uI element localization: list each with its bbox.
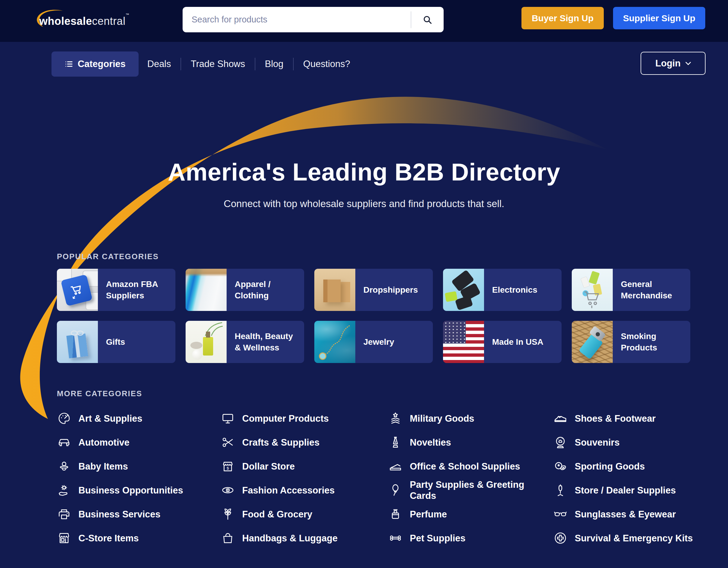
signup-buttons: Buyer Sign Up Supplier Sign Up	[521, 7, 705, 29]
tile-health-beauty-wellness[interactable]: Health, Beauty & Wellness	[186, 321, 304, 363]
nav-separator	[181, 58, 181, 70]
list-menu-icon	[64, 60, 73, 69]
leaves-icon	[202, 321, 223, 336]
category-survival-emergency-kits[interactable]: Survival & Emergency Kits	[553, 526, 728, 550]
supplier-sign-up-button[interactable]: Supplier Sign Up	[613, 7, 705, 29]
tile-label: General Merchandise	[613, 269, 690, 311]
search-button[interactable]	[411, 7, 444, 32]
belt-icon	[221, 483, 235, 497]
us-flag-image	[443, 321, 484, 363]
top-header-bar: wholesalecentral™ Buyer Sign Up Supplier…	[0, 0, 728, 42]
nav-link-deals[interactable]: Deals	[147, 59, 171, 69]
nav-link-blog[interactable]: Blog	[265, 59, 283, 69]
category-novelties[interactable]: Novelties	[388, 430, 553, 454]
category-sporting-goods[interactable]: Sporting Goods	[553, 454, 728, 478]
spa-products-image	[186, 321, 227, 363]
tile-smoking-products[interactable]: Smoking Products	[572, 321, 690, 363]
category-handbags-luggage[interactable]: Handbags & Luggage	[221, 526, 388, 550]
nav-separator	[293, 58, 294, 70]
tile-electronics[interactable]: Electronics	[443, 269, 562, 311]
handbag-icon	[221, 531, 235, 545]
gadgets-image	[443, 269, 484, 311]
hero-subtitle: Connect with top wholesale suppliers and…	[0, 198, 728, 209]
tile-dropshippers[interactable]: Dropshippers	[314, 269, 433, 311]
tile-made-in-usa[interactable]: Made In USA	[443, 321, 562, 363]
category-party-supplies-greeting-cards[interactable]: Party Supplies & Greeting Cards	[388, 478, 553, 502]
category-art-supplies[interactable]: Art & Supplies	[57, 406, 221, 430]
nav-link-questions[interactable]: Questions?	[303, 59, 350, 69]
nav-link-trade-shows[interactable]: Trade Shows	[191, 59, 245, 69]
tile-gifts[interactable]: Gifts	[57, 321, 175, 363]
car-icon	[57, 435, 71, 449]
tile-jewelry[interactable]: Jewelry	[314, 321, 433, 363]
mini-cart-image	[572, 269, 613, 311]
category-computer-products[interactable]: Computer Products	[221, 406, 388, 430]
svg-text:$: $	[227, 466, 229, 470]
category-sunglasses-eyewear[interactable]: Sunglasses & Eyewear	[553, 502, 728, 526]
pacifier-icon	[57, 459, 71, 473]
category-perfume[interactable]: Perfume	[388, 502, 553, 526]
popular-categories-grid: Amazon FBA Suppliers Apparel / Clothing …	[57, 269, 691, 363]
military-rank-icon	[388, 411, 403, 426]
tile-apparel-clothing[interactable]: Apparel / Clothing	[186, 269, 304, 311]
snow-globe-icon	[553, 435, 568, 449]
login-button[interactable]: Login	[641, 52, 706, 75]
bone-icon	[388, 531, 403, 545]
nav-separator	[255, 58, 255, 70]
category-business-services[interactable]: Business Services	[57, 502, 221, 526]
more-categories-column-4: Shoes & Footwear Souvenirs Sporting Good…	[553, 406, 728, 550]
categories-menu-button[interactable]: Categories	[51, 51, 139, 77]
palette-icon	[57, 411, 71, 426]
chevron-down-icon	[685, 62, 691, 65]
category-office-school-supplies[interactable]: Office & School Supplies	[388, 454, 553, 478]
category-automotive[interactable]: Automotive	[57, 430, 221, 454]
tile-label: Dropshippers	[355, 269, 433, 311]
main-navigation: Categories Deals Trade Shows Blog Questi…	[0, 42, 728, 85]
category-business-opportunities[interactable]: Business Opportunities	[57, 478, 221, 502]
cart-outline-icon	[580, 288, 603, 309]
lava-lamp-icon	[388, 435, 403, 449]
tile-label: Electronics	[484, 269, 562, 311]
category-military-goods[interactable]: Military Goods	[388, 406, 553, 430]
search-input[interactable]	[183, 7, 411, 32]
buyer-sign-up-button[interactable]: Buyer Sign Up	[521, 7, 604, 29]
tile-label: Amazon FBA Suppliers	[98, 269, 175, 311]
nav-links: Deals Trade Shows Blog Questions?	[147, 51, 350, 77]
more-categories-column-1: Art & Supplies Automotive Baby Items Bus…	[57, 406, 221, 550]
search-icon	[422, 15, 433, 25]
mannequin-icon	[553, 483, 568, 497]
category-store-dealer-supplies[interactable]: Store / Dealer Supplies	[553, 478, 728, 502]
medical-cross-icon	[553, 531, 568, 545]
hero-title: America's Leading B2B Directory	[0, 158, 728, 186]
more-categories-heading: MORE CATEGORIES	[57, 389, 142, 398]
logo-text: wholesalecentral™	[39, 15, 129, 28]
category-crafts-supplies[interactable]: Crafts & Supplies	[221, 430, 388, 454]
more-categories-grid: Art & Supplies Automotive Baby Items Bus…	[57, 406, 728, 550]
printer-icon	[57, 507, 71, 521]
category-fashion-accessories[interactable]: Fashion Accessories	[221, 478, 388, 502]
more-categories-column-2: Computer Products Crafts & Supplies $ Do…	[221, 406, 388, 550]
amazon-fba-keyboard-image	[57, 269, 98, 311]
tile-label: Jewelry	[355, 321, 433, 363]
category-shoes-footwear[interactable]: Shoes & Footwear	[553, 406, 728, 430]
more-categories-column-3: Military Goods Novelties Office & School…	[388, 406, 553, 550]
tile-label: Health, Beauty & Wellness	[227, 321, 304, 363]
gift-bow-icon	[70, 330, 84, 336]
category-pet-supplies[interactable]: Pet Supplies	[388, 526, 553, 550]
tile-amazon-fba-suppliers[interactable]: Amazon FBA Suppliers	[57, 269, 175, 311]
category-souvenirs[interactable]: Souvenirs	[553, 430, 728, 454]
gift-box-image	[57, 321, 98, 363]
product-search-bar	[183, 7, 444, 32]
category-dollar-store[interactable]: $ Dollar Store	[221, 454, 388, 478]
wholesale-central-logo[interactable]: wholesalecentral™	[38, 12, 152, 33]
login-label: Login	[655, 58, 680, 69]
tile-label: Smoking Products	[613, 321, 690, 363]
wheat-icon	[221, 507, 235, 521]
category-c-store-items[interactable]: C-Store Items	[57, 526, 221, 550]
necklace-image	[314, 321, 355, 363]
cardboard-boxes-image	[314, 269, 355, 311]
category-food-grocery[interactable]: Food & Grocery	[221, 502, 388, 526]
scissors-icon	[221, 435, 235, 449]
tile-general-merchandise[interactable]: General Merchandise	[572, 269, 690, 311]
category-baby-items[interactable]: Baby Items	[57, 454, 221, 478]
